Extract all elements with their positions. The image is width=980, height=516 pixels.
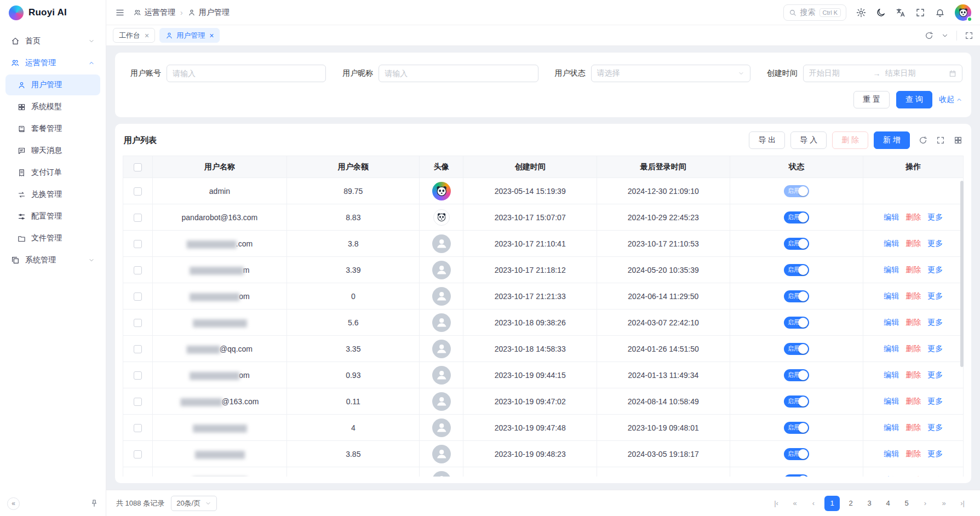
sidebar-item-exchange-management[interactable]: 兑换管理	[5, 184, 100, 205]
next-pages-button[interactable]: »	[936, 496, 952, 511]
edit-link[interactable]: 编辑	[884, 239, 899, 248]
row-checkbox[interactable]	[134, 214, 142, 222]
page-button-2[interactable]: 2	[843, 496, 858, 511]
global-search[interactable]: 搜索 Ctrl K	[783, 4, 847, 21]
delete-link[interactable]: 删除	[906, 475, 921, 477]
edit-link[interactable]: 编辑	[884, 423, 899, 432]
more-link[interactable]: 更多	[927, 370, 943, 379]
row-checkbox[interactable]	[134, 319, 142, 327]
theme-toggle-icon[interactable]	[876, 8, 886, 18]
table-fullscreen-icon[interactable]	[936, 136, 945, 145]
page-button-5[interactable]: 5	[899, 496, 914, 511]
status-toggle[interactable]: 启用	[784, 395, 809, 408]
sidebar-item-user-management[interactable]: 用户管理	[5, 74, 100, 95]
nickname-input[interactable]	[379, 65, 538, 82]
sidebar-item-system-model[interactable]: 系统模型	[5, 96, 100, 117]
delete-link[interactable]: 删除	[906, 370, 921, 379]
user-avatar[interactable]	[955, 4, 971, 21]
fullscreen-icon[interactable]	[915, 8, 925, 18]
row-checkbox[interactable]	[134, 187, 142, 196]
edit-link[interactable]: 编辑	[884, 265, 899, 274]
edit-link[interactable]: 编辑	[884, 370, 899, 379]
sidebar-item-system-management[interactable]: 系统管理	[5, 250, 100, 271]
breadcrumb-item-operations[interactable]: 运营管理	[134, 8, 175, 18]
row-checkbox[interactable]	[134, 371, 142, 380]
status-toggle[interactable]: 启用	[784, 422, 809, 434]
row-checkbox[interactable]	[134, 240, 142, 248]
collapse-filter-link[interactable]: 收起	[939, 95, 962, 105]
created-date-range[interactable]: 开始日期 → 结束日期	[803, 65, 962, 82]
export-button[interactable]: 导 出	[749, 131, 785, 149]
language-icon[interactable]	[896, 8, 906, 18]
chevron-down-icon[interactable]	[941, 32, 949, 39]
delete-link[interactable]: 删除	[906, 265, 921, 274]
sidebar-item-operations[interactable]: 运营管理	[5, 53, 100, 73]
notifications-icon[interactable]	[935, 8, 945, 18]
row-checkbox[interactable]	[134, 266, 142, 274]
sidebar-item-chat-messages[interactable]: 聊天消息	[5, 140, 100, 161]
search-button[interactable]: 查 询	[896, 91, 932, 108]
edit-link[interactable]: 编辑	[884, 318, 899, 326]
row-checkbox[interactable]	[134, 398, 142, 406]
pin-icon[interactable]	[90, 499, 99, 508]
add-button[interactable]: 新 增	[874, 131, 910, 149]
delete-link[interactable]: 删除	[906, 423, 921, 432]
edit-link[interactable]: 编辑	[884, 344, 899, 353]
more-link[interactable]: 更多	[927, 397, 943, 405]
tab-workbench[interactable]: 工作台 ×	[113, 28, 155, 43]
reset-button[interactable]: 重 置	[853, 91, 890, 108]
refresh-list-icon[interactable]	[919, 136, 927, 145]
delete-link[interactable]: 删除	[906, 449, 921, 458]
sidebar-collapse-button[interactable]: «	[7, 497, 20, 510]
status-toggle[interactable]: 启用	[784, 317, 809, 329]
page-size-select[interactable]: 20条/页	[171, 496, 217, 511]
delete-button[interactable]: 删 除	[832, 131, 868, 149]
breadcrumb-item-user-management[interactable]: 用户管理	[188, 8, 230, 18]
more-link[interactable]: 更多	[927, 265, 943, 274]
menu-toggle-icon[interactable]	[115, 8, 125, 18]
more-link[interactable]: 更多	[927, 344, 943, 353]
next-page-button[interactable]: ›	[918, 496, 933, 511]
status-toggle[interactable]: 启用	[784, 211, 809, 223]
status-toggle[interactable]: 启用	[784, 474, 809, 477]
first-page-button[interactable]: |‹	[769, 496, 784, 511]
sidebar-item-file-management[interactable]: 文件管理	[5, 228, 100, 249]
status-toggle[interactable]: 启用	[784, 185, 809, 197]
column-settings-icon[interactable]	[954, 136, 962, 145]
more-link[interactable]: 更多	[927, 239, 943, 248]
close-icon[interactable]: ×	[145, 31, 149, 40]
sidebar-item-package-management[interactable]: 套餐管理	[5, 118, 100, 139]
row-checkbox[interactable]	[134, 424, 142, 432]
status-toggle[interactable]: 启用	[784, 343, 809, 355]
delete-link[interactable]: 删除	[906, 318, 921, 326]
status-toggle[interactable]: 启用	[784, 290, 809, 302]
more-link[interactable]: 更多	[927, 213, 943, 221]
content-fullscreen-icon[interactable]	[965, 31, 973, 40]
row-checkbox[interactable]	[134, 345, 142, 353]
delete-link[interactable]: 删除	[906, 239, 921, 248]
status-toggle[interactable]: 启用	[784, 264, 809, 276]
sidebar-item-home[interactable]: 首页	[5, 31, 100, 51]
tab-user-management[interactable]: 用户管理 ×	[159, 28, 220, 43]
more-link[interactable]: 更多	[927, 449, 943, 458]
more-link[interactable]: 更多	[927, 318, 943, 326]
settings-icon[interactable]	[856, 8, 866, 18]
import-button[interactable]: 导 入	[790, 131, 827, 149]
page-button-1[interactable]: 1	[824, 496, 840, 511]
close-icon[interactable]: ×	[209, 31, 214, 40]
edit-link[interactable]: 编辑	[884, 449, 899, 458]
app-logo[interactable]: Ruoyi AI	[0, 0, 106, 25]
sidebar-item-config-management[interactable]: 配置管理	[5, 206, 100, 227]
page-button-4[interactable]: 4	[880, 496, 896, 511]
delete-link[interactable]: 删除	[906, 397, 921, 405]
edit-link[interactable]: 编辑	[884, 475, 899, 477]
more-link[interactable]: 更多	[927, 475, 943, 477]
refresh-page-icon[interactable]	[925, 31, 933, 40]
page-button-3[interactable]: 3	[862, 496, 877, 511]
table-scrollbar[interactable]	[960, 181, 964, 367]
row-checkbox[interactable]	[134, 450, 142, 458]
edit-link[interactable]: 编辑	[884, 397, 899, 405]
status-toggle[interactable]: 启用	[784, 448, 809, 460]
row-checkbox[interactable]	[134, 293, 142, 301]
sidebar-item-payment-orders[interactable]: 支付订单	[5, 162, 100, 183]
